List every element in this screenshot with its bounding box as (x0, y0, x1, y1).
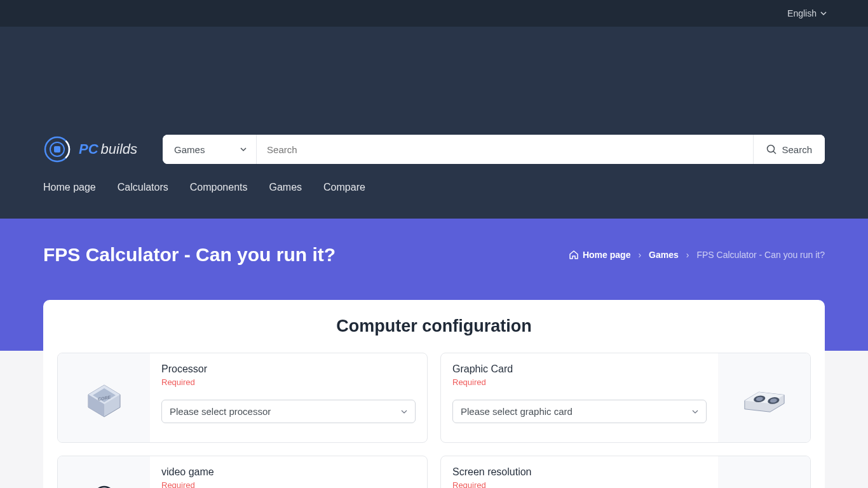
gpu-icon-box (718, 353, 810, 442)
nav-home[interactable]: Home page (43, 182, 96, 193)
cpu-icon: CORE (79, 372, 130, 423)
config-card-container: Computer configuration CORE (43, 300, 825, 488)
search-button-label: Search (782, 144, 812, 155)
logo-icon (43, 135, 71, 163)
breadcrumb-separator: › (686, 250, 689, 260)
page-title: FPS Calculator - Can you run it? (43, 244, 336, 266)
section-title: Computer configuration (57, 316, 811, 336)
config-card-processor: CORE Processor Required Please select pr… (57, 353, 428, 443)
monitor-icon (739, 475, 790, 488)
breadcrumb: Home page › Games › FPS Calculator - Can… (569, 250, 825, 260)
logo[interactable]: PC builds (43, 135, 137, 163)
gpu-label: Graphic Card (452, 363, 707, 375)
nav-compare[interactable]: Compare (323, 182, 365, 193)
logo-pc-text: PC (79, 141, 98, 158)
search-input[interactable] (257, 135, 753, 164)
hero-section: FPS Calculator - Can you run it? Home pa… (0, 219, 868, 300)
resolution-required: Required (452, 480, 707, 488)
nav-components[interactable]: Components (190, 182, 248, 193)
game-label: video game (161, 466, 416, 478)
processor-required: Required (161, 377, 416, 387)
language-label: English (787, 8, 817, 18)
gpu-select[interactable]: Please select graphic card (452, 400, 707, 423)
logo-builds-text: builds (101, 141, 137, 158)
search-bar: Games Search (163, 135, 825, 164)
svg-rect-3 (54, 146, 60, 152)
breadcrumb-games[interactable]: Games (649, 250, 679, 260)
nav-games[interactable]: Games (269, 182, 302, 193)
config-card-video-game: video game Required (57, 456, 428, 488)
header: PC builds Games Search Home page Calcula… (0, 27, 868, 219)
language-selector[interactable]: English (787, 8, 827, 18)
processor-icon-box: CORE (58, 353, 150, 442)
processor-select[interactable]: Please select processor (161, 400, 416, 423)
svg-point-4 (768, 146, 775, 152)
svg-line-5 (773, 151, 776, 154)
chevron-down-icon (692, 410, 698, 414)
game-icon-box (58, 456, 150, 488)
gpu-required: Required (452, 377, 707, 387)
resolution-label: Screen resolution (452, 466, 707, 478)
resolution-icon-box (718, 456, 810, 488)
config-card-graphic-card: Graphic Card Required Please select grap… (440, 353, 811, 443)
game-required: Required (161, 480, 416, 488)
breadcrumb-home[interactable]: Home page (569, 250, 630, 260)
astronaut-icon (79, 475, 130, 488)
chevron-down-icon (820, 11, 827, 15)
search-icon (766, 144, 776, 154)
breadcrumb-current: FPS Calculator - Can you run it? (696, 250, 825, 260)
nav-calculators[interactable]: Calculators (118, 182, 168, 193)
gpu-select-placeholder: Please select graphic card (461, 406, 573, 417)
chevron-down-icon (401, 410, 407, 414)
search-category-select[interactable]: Games (163, 135, 257, 164)
gpu-icon (739, 372, 790, 423)
processor-select-placeholder: Please select processor (170, 406, 271, 417)
logo-text: PC builds (79, 141, 137, 158)
home-icon (569, 250, 579, 260)
topbar: English (0, 0, 868, 27)
config-card-screen-resolution: Screen resolution Required (440, 456, 811, 488)
processor-label: Processor (161, 363, 416, 375)
search-button[interactable]: Search (753, 135, 825, 164)
breadcrumb-separator: › (638, 250, 641, 260)
main-nav: Home page Calculators Components Games C… (43, 164, 825, 193)
